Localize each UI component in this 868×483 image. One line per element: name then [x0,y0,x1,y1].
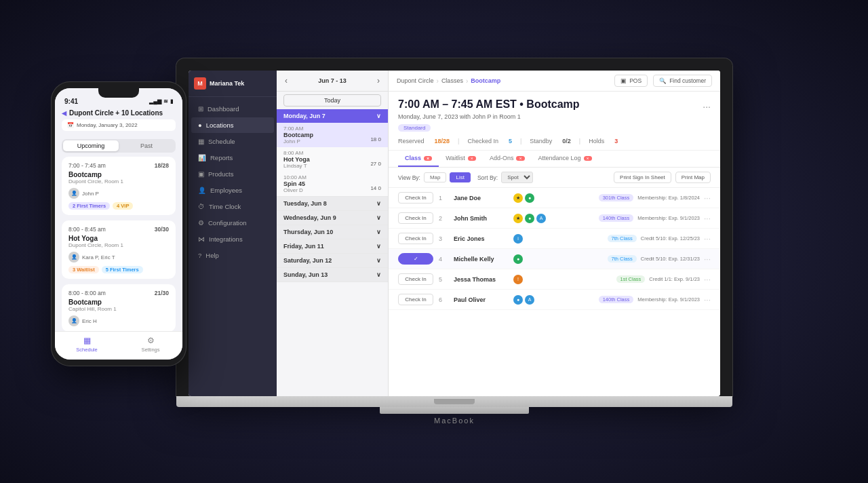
cal-prev-btn[interactable]: ‹ [283,76,289,85]
row-menu-1[interactable]: ··· [704,193,711,203]
phone-bottom-schedule[interactable]: ▦ Schedule [55,336,119,353]
tab-class-label: Class [405,155,421,161]
settings-icon: ⚙ [147,336,155,345]
sidebar-item-dashboard[interactable]: ⊞ Dashboard [191,101,274,117]
sidebar-item-integrations[interactable]: ⋈ Integrations [191,231,274,247]
chevron-down-icon: ∨ [376,113,381,119]
view-list-btn[interactable]: List [450,172,470,182]
cal-next-btn[interactable]: › [376,76,381,85]
cal-class-name-3: Spin 45 [283,180,381,187]
tab-attendance-badge: × [584,156,592,161]
phone-class-card-2[interactable]: 8:00 - 8:45 am 30/30 Hot Yoga Dupont Cir… [62,220,176,279]
check-in-btn-2[interactable]: Check In [398,212,433,224]
check-in-btn-5[interactable]: Check In [398,273,433,285]
cal-class-hot-yoga[interactable]: 8:00 AM Hot Yoga Lindsay T 27 0 [277,147,388,172]
day-label-friday: Friday, Jun 11 [283,243,324,250]
table-row: Check In 6 Paul Oliver ● A 140th Class M… [389,290,720,310]
sidebar-item-products[interactable]: ▣ Products [191,166,274,182]
tab-addons[interactable]: Add-Ons × [483,151,532,167]
phone-tab-upcoming[interactable]: Upcoming [63,140,119,151]
chevron-icon-wed: ∨ [376,214,381,221]
tab-class-badge: × [424,156,432,161]
table-row: Check In 2 John Smith ★ ● A 140th Class [389,208,720,229]
class-badge-4: 7th Class [608,255,637,263]
phone-tab-past[interactable]: Past [119,140,174,151]
breadcrumb-dupont[interactable]: Dupont Circle [397,77,434,84]
phone-location-text: Dupont Circle + 10 Locations [69,109,163,117]
check-in-btn-4[interactable]: ✓ [398,253,433,265]
class-badge-3: 7th Class [608,235,637,242]
teacher-avatar-3: 👤 [68,315,79,326]
standby-val: 0/2 [562,138,571,144]
day-group-monday: Monday, Jun 7 ∨ 7:00 AM Bootcamp John P … [277,109,388,197]
more-options-icon[interactable]: ··· [703,101,711,112]
sidebar-item-help[interactable]: ? Help [191,248,274,263]
sidebar-item-time-clock[interactable]: ⏱ Time Clock [191,199,274,214]
find-customer-button[interactable]: 🔍 Find customer [653,75,712,87]
day-header-thursday[interactable]: Thursday, Jun 10 ∨ [277,225,388,239]
phone-header: ◀ Dupont Circle + 10 Locations 📅 Monday,… [55,107,182,135]
day-header-wednesday[interactable]: Wednesday, Jun 9 ∨ [277,211,388,225]
check-in-btn-6[interactable]: Check In [398,294,433,305]
print-sign-in-btn[interactable]: Print Sign In Sheet [614,172,671,183]
phone-date-text: Monday, January 3, 2022 [77,122,138,128]
cal-class-name-2: Hot Yoga [283,156,381,163]
sidebar-item-schedule[interactable]: ▦ Schedule [191,134,274,149]
chevron-icon-sun: ∨ [376,271,381,278]
phone-class-card-1[interactable]: 7:00 - 7:45 am 18/28 Bootcamp Dupont Cir… [62,157,176,215]
tab-waitlist[interactable]: Waitlist × [439,151,483,167]
teacher-name-1: John P [82,191,99,197]
phone-tag-vip: 4 VIP [113,202,133,210]
phone-tag-first-timers: 2 First Timers [68,202,110,210]
row-menu-3[interactable]: ··· [704,234,711,244]
sort-select[interactable]: Spot [501,172,533,183]
checked-in-label: Checked In [467,138,498,144]
day-label-saturday: Saturday, Jun 12 [283,257,332,264]
phone-location: ◀ Dupont Circle + 10 Locations [62,109,176,117]
cal-class-bootcamp[interactable]: 7:00 AM Bootcamp John P 18 0 [277,123,388,147]
breadcrumb: Dupont Circle › Classes › Bootcamp [397,77,500,85]
check-in-btn-1[interactable]: Check In [398,192,433,204]
day-header-friday[interactable]: Friday, Jun 11 ∨ [277,239,388,253]
checked-in-val: 5 [509,138,512,144]
breadcrumb-classes[interactable]: Classes [441,77,463,84]
phone-class-count-2: 30/30 [155,226,169,233]
phone-bottom-settings[interactable]: ⚙ Settings [119,336,182,353]
phone-class-time-1: 7:00 - 7:45 am [68,162,106,169]
tab-class[interactable]: Class × [398,151,439,167]
row-menu-4[interactable]: ··· [704,254,711,264]
standby-label: Standby [530,138,552,144]
sidebar-item-reports[interactable]: 📊 Reports [191,150,274,166]
day-label-tuesday: Tuesday, Jun 8 [283,200,327,207]
tab-attendance[interactable]: Attendance Log × [532,151,599,167]
day-header-saturday[interactable]: Saturday, Jun 12 ∨ [277,254,388,267]
pos-button[interactable]: ▣ POS [614,75,648,87]
day-header-sunday[interactable]: Sunday, Jun 13 ∨ [277,268,388,282]
macbook-mockup: M Mariana Tek ⊞ Dashboard ● Locations [176,58,732,425]
phone-class-name-1: Bootcamp [68,171,169,178]
locations-icon: ● [198,121,202,129]
row-menu-6[interactable]: ··· [704,295,711,305]
phone-class-count-3: 21/30 [155,290,169,296]
cal-class-spin45[interactable]: 10:00 AM Spin 45 Oliver D 14 0 [277,172,388,196]
row-menu-2[interactable]: ··· [704,214,711,223]
view-map-btn[interactable]: Map [424,172,447,182]
attendee-right-6: 140th Class Membership: Exp. 9/1/2023 ··… [599,295,711,305]
day-header-monday[interactable]: Monday, Jun 7 ∨ [277,109,388,123]
cal-class-teacher-1: John P [283,138,381,144]
wifi-icon: ≋ [163,98,168,104]
phone-class-card-3[interactable]: 8:00 - 8:00 am 21/30 Bootcamp Capitol Hi… [62,284,176,331]
sidebar-item-employees[interactable]: 👤 Employees [191,182,274,198]
check-in-btn-3[interactable]: Check In [398,233,433,244]
breadcrumb-sep-1: › [437,77,439,85]
sidebar-item-configuration[interactable]: ⚙ Configuration [191,215,274,231]
logo-icon: M [194,77,206,90]
today-button[interactable]: Today [283,94,381,107]
row-menu-5[interactable]: ··· [704,275,711,284]
sidebar-item-locations[interactable]: ● Locations [191,117,274,133]
print-map-btn[interactable]: Print Map [675,172,711,183]
day-header-tuesday[interactable]: Tuesday, Jun 8 ∨ [277,197,388,210]
breadcrumb-sep-2: › [466,77,468,85]
phone-tags-2: 3 Waitlist 5 First Timers [68,266,169,273]
sidebar-label-integrations: Integrations [209,235,243,243]
